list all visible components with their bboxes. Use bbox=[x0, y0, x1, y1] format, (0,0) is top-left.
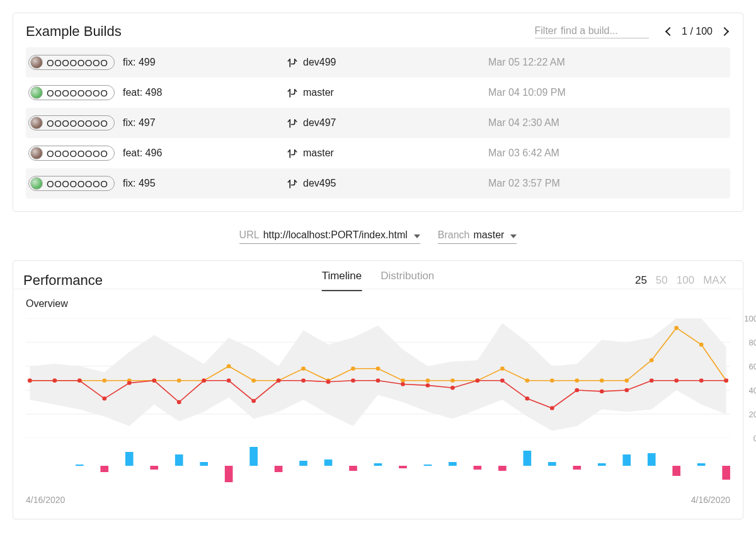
svg-point-41 bbox=[177, 400, 181, 404]
svg-point-17 bbox=[301, 367, 306, 371]
commit-chip[interactable]: OOOOOOOO bbox=[28, 146, 115, 161]
branch-icon bbox=[287, 57, 297, 67]
build-row[interactable]: OOOOOOOOfix: 495dev495Mar 02 3:57 PM bbox=[26, 168, 730, 199]
commit-chip[interactable]: OOOOOOOO bbox=[28, 85, 115, 100]
svg-rect-70 bbox=[324, 459, 333, 466]
build-row[interactable]: OOOOOOOOfix: 499dev499Mar 05 12:22 AM bbox=[26, 47, 730, 78]
commit-hash: OOOOOOOO bbox=[47, 88, 108, 98]
branch-selector-label: Branch bbox=[438, 229, 470, 241]
svg-rect-88 bbox=[573, 466, 581, 470]
build-date: Mar 04 2:30 AM bbox=[488, 117, 730, 129]
caret-down-icon bbox=[510, 234, 517, 238]
delta-bars-chart bbox=[26, 446, 730, 486]
svg-point-36 bbox=[52, 379, 57, 383]
commit-chip[interactable]: OOOOOOOO bbox=[28, 176, 115, 191]
svg-point-49 bbox=[376, 379, 381, 383]
tab-distribution[interactable]: Distribution bbox=[381, 270, 434, 291]
svg-rect-65 bbox=[125, 452, 134, 466]
commit-chip[interactable]: OOOOOOOO bbox=[28, 115, 115, 130]
svg-point-27 bbox=[550, 379, 554, 383]
branch-name: dev499 bbox=[303, 57, 336, 68]
svg-rect-72 bbox=[424, 465, 432, 466]
svg-rect-83 bbox=[275, 466, 283, 472]
cell-hash: OOOOOOOO bbox=[28, 176, 123, 191]
svg-rect-78 bbox=[648, 453, 656, 466]
cell-branch: master bbox=[287, 147, 488, 159]
tab-timeline[interactable]: Timeline bbox=[322, 270, 362, 291]
svg-point-54 bbox=[500, 379, 505, 383]
svg-rect-85 bbox=[399, 466, 407, 468]
svg-point-12 bbox=[177, 379, 181, 383]
commit-chip[interactable]: OOOOOOOO bbox=[28, 55, 115, 70]
commit-hash: OOOOOOOO bbox=[47, 118, 108, 129]
svg-point-26 bbox=[525, 379, 529, 383]
svg-point-51 bbox=[426, 383, 430, 387]
url-selector[interactable]: URL http://localhost:PORT/index.html bbox=[239, 229, 420, 244]
svg-rect-84 bbox=[349, 466, 357, 471]
cell-hash: OOOOOOOO bbox=[28, 55, 123, 70]
url-selector-label: URL bbox=[239, 229, 260, 241]
svg-rect-89 bbox=[672, 466, 680, 476]
filter-field[interactable]: Filter bbox=[535, 25, 650, 38]
scale-option[interactable]: MAX bbox=[703, 274, 726, 287]
build-date: Mar 02 3:57 PM bbox=[488, 178, 730, 189]
pager-prev-button[interactable] bbox=[664, 25, 675, 39]
scale-option[interactable]: 100 bbox=[677, 274, 694, 287]
builds-title: Example Builds bbox=[26, 23, 122, 40]
branch-selector[interactable]: Branch master bbox=[438, 229, 517, 244]
svg-point-59 bbox=[624, 388, 629, 392]
svg-point-56 bbox=[550, 406, 554, 410]
svg-point-61 bbox=[674, 379, 679, 383]
svg-rect-81 bbox=[150, 466, 158, 470]
svg-point-43 bbox=[227, 379, 231, 383]
builds-header-controls: Filter 1 / 100 bbox=[535, 25, 731, 39]
svg-rect-79 bbox=[697, 463, 706, 466]
commit-hash: OOOOOOOO bbox=[47, 57, 108, 68]
svg-point-52 bbox=[450, 386, 455, 390]
date-axis: 4/16/2020 4/16/2020 bbox=[26, 495, 730, 505]
branch-name: master bbox=[303, 87, 334, 98]
svg-point-63 bbox=[724, 379, 728, 383]
svg-point-46 bbox=[301, 379, 306, 383]
svg-point-25 bbox=[500, 367, 505, 371]
build-row[interactable]: OOOOOOOOfix: 497dev497Mar 04 2:30 AM bbox=[26, 108, 730, 138]
svg-point-9 bbox=[102, 379, 106, 383]
svg-point-20 bbox=[376, 367, 381, 371]
svg-point-22 bbox=[426, 379, 430, 383]
branch-icon bbox=[287, 178, 297, 188]
svg-point-29 bbox=[600, 379, 604, 383]
svg-point-42 bbox=[202, 379, 206, 383]
cell-branch: dev499 bbox=[287, 57, 488, 68]
cell-branch: master bbox=[287, 87, 488, 98]
scale-options: 2550100MAX bbox=[635, 274, 726, 287]
svg-point-15 bbox=[251, 379, 256, 383]
build-row[interactable]: OOOOOOOOfeat: 498masterMar 04 10:09 PM bbox=[26, 78, 730, 108]
chevron-right-icon bbox=[720, 26, 729, 35]
svg-point-60 bbox=[650, 379, 654, 383]
pager-next-button[interactable] bbox=[719, 25, 730, 39]
performance-header: Performance TimelineDistribution 2550100… bbox=[13, 261, 743, 289]
scale-option[interactable]: 25 bbox=[635, 274, 647, 287]
svg-rect-75 bbox=[548, 462, 556, 466]
builds-header: Example Builds Filter 1 / 100 bbox=[13, 13, 743, 47]
build-row[interactable]: OOOOOOOOfeat: 496masterMar 03 6:42 AM bbox=[26, 138, 730, 168]
y-axis-tick: 100 bbox=[744, 314, 756, 323]
svg-rect-86 bbox=[474, 466, 482, 470]
svg-point-32 bbox=[674, 326, 679, 330]
cell-branch: dev495 bbox=[287, 178, 488, 189]
y-axis-tick: 0 bbox=[753, 434, 756, 443]
svg-rect-71 bbox=[374, 463, 382, 466]
svg-rect-68 bbox=[249, 447, 258, 466]
commit-message: feat: 496 bbox=[123, 147, 287, 159]
scale-option[interactable]: 50 bbox=[656, 274, 668, 287]
branch-icon bbox=[287, 148, 297, 158]
svg-point-31 bbox=[650, 358, 654, 362]
avatar-icon bbox=[30, 177, 43, 190]
svg-point-37 bbox=[77, 379, 82, 383]
date-right: 4/16/2020 bbox=[691, 495, 730, 505]
filter-input[interactable] bbox=[561, 25, 649, 37]
commit-hash: OOOOOOOO bbox=[47, 148, 108, 159]
avatar-icon bbox=[30, 117, 43, 129]
caret-down-icon bbox=[414, 234, 420, 238]
build-date: Mar 04 10:09 PM bbox=[488, 87, 730, 98]
